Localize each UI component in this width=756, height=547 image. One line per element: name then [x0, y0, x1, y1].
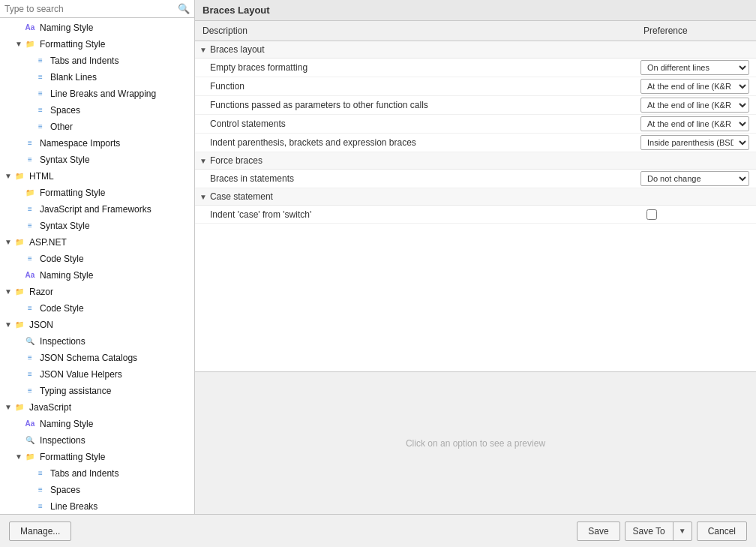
- tree-item-json-inspections[interactable]: 🔍Inspections: [0, 333, 194, 350]
- tree-item-label: Inspections: [40, 434, 86, 447]
- tree-item-js-naming-style[interactable]: AaNaming Style: [0, 416, 194, 432]
- setting-control[interactable]: [636, 208, 756, 221]
- tree-item-json[interactable]: ▼📁JSON: [0, 317, 194, 333]
- code-icon: ≡: [24, 302, 36, 314]
- tree-item-label: Formatting Style: [40, 450, 105, 464]
- code-icon: ≡: [24, 220, 36, 232]
- tree-item-namespace-imports[interactable]: ≡Namespace Imports: [0, 135, 194, 152]
- tree-item-json-value-helpers[interactable]: ≡JSON Value Helpers: [0, 366, 194, 383]
- tree-item-html-syntax-style[interactable]: ≡Syntax Style: [0, 218, 194, 234]
- tree-item-syntax-style-top[interactable]: ≡Syntax Style: [0, 152, 194, 168]
- tree-item-js-formatting-style[interactable]: ▼📁Formatting Style: [0, 449, 194, 465]
- setting-select[interactable]: At the end of line (K&R style)On next li…: [640, 79, 749, 94]
- tree-item-js-inspections[interactable]: 🔍Inspections: [0, 432, 194, 449]
- tree-item-naming-style-top[interactable]: AaNaming Style: [0, 20, 194, 36]
- folder-icon: 📁: [14, 401, 26, 413]
- section-header-force_braces[interactable]: ▼Force braces: [195, 152, 756, 170]
- setting-checkbox[interactable]: [646, 209, 657, 220]
- tree-item-js-tabs-indents[interactable]: ≡Tabs and Indents: [0, 465, 194, 482]
- tree-item-tabs-indents[interactable]: ≡Tabs and Indents: [0, 53, 194, 69]
- tree-item-formatting-style-top[interactable]: ▼📁Formatting Style: [0, 36, 194, 53]
- setting-label: Functions passed as parameters to other …: [195, 97, 636, 113]
- setting-select[interactable]: Inside parenthesis (BSD/Allman)Outside p…: [640, 135, 749, 150]
- setting-select[interactable]: At the end of line (K&R style)On next li…: [640, 116, 749, 131]
- setting-label: Empty braces formatting: [195, 59, 636, 76]
- save-button[interactable]: Save: [577, 521, 620, 541]
- panel-title: Braces Layout: [195, 0, 756, 21]
- tree-item-label: HTML: [29, 170, 54, 183]
- sections-container: ▼Braces layoutEmpty braces formattingOn …: [195, 41, 756, 224]
- save-to-label[interactable]: Save To: [626, 522, 674, 540]
- tree-item-razor[interactable]: ▼📁Razor: [0, 284, 194, 300]
- section-header-braces_layout[interactable]: ▼Braces layout: [195, 41, 756, 59]
- tree-item-js-frameworks[interactable]: ≡JavaScript and Frameworks: [0, 201, 194, 218]
- preview-text: Click on an option to see a preview: [406, 438, 545, 449]
- tree-item-label: ASP.NET: [29, 236, 67, 249]
- setting-row: Control statementsAt the end of line (K&…: [195, 115, 756, 134]
- tree-container: AaNaming Style▼📁Formatting Style≡Tabs an…: [0, 18, 194, 514]
- setting-control[interactable]: At the end of line (K&R style)On next li…: [636, 77, 756, 95]
- tree-item-label: Tabs and Indents: [50, 54, 118, 68]
- description-header: Description: [195, 24, 636, 38]
- folder-icon: 📁: [14, 170, 26, 182]
- tree-item-other-top[interactable]: ≡Other: [0, 119, 194, 135]
- setting-label: Control statements: [195, 116, 636, 132]
- tree-item-spaces-top[interactable]: ≡Spaces: [0, 102, 194, 119]
- tree-item-label: Formatting Style: [40, 38, 105, 51]
- setting-control[interactable]: At the end of line (K&R style)On next li…: [636, 115, 756, 133]
- inspect-icon: 🔍: [24, 434, 36, 446]
- tree-item-typing-assistance[interactable]: ≡Typing assistance: [0, 383, 194, 399]
- setting-select[interactable]: On different linesOn same linePut on one…: [640, 60, 749, 75]
- code-icon: ≡: [34, 104, 46, 116]
- tree-item-line-breaks-wrapping[interactable]: ≡Line Breaks and Wrapping: [0, 86, 194, 102]
- tree-item-asp-code-style[interactable]: ≡Code Style: [0, 251, 194, 267]
- chevron-down-icon[interactable]: ▼: [674, 523, 692, 539]
- tree-item-json-schema-catalogs[interactable]: ≡JSON Schema Catalogs: [0, 350, 194, 366]
- tree-item-js-line-breaks[interactable]: ≡Line Breaks: [0, 498, 194, 514]
- tree-item-razor-code-style[interactable]: ≡Code Style: [0, 300, 194, 317]
- tree-item-label: Spaces: [50, 483, 80, 497]
- tree-item-asp-naming-style[interactable]: AaNaming Style: [0, 267, 194, 284]
- cancel-button[interactable]: Cancel: [697, 521, 747, 541]
- folder-icon: 📁: [24, 187, 36, 199]
- setting-control[interactable]: Inside parenthesis (BSD/Allman)Outside p…: [636, 134, 756, 152]
- setting-control[interactable]: On different linesOn same linePut on one…: [636, 59, 756, 77]
- code-icon: ≡: [34, 55, 46, 67]
- tree-item-label: Namespace Imports: [40, 137, 120, 150]
- search-box: 🔍: [0, 0, 194, 18]
- setting-control[interactable]: Do not changeAlways addAlways remove: [636, 170, 756, 188]
- code-icon: ≡: [34, 71, 46, 83]
- setting-select[interactable]: At the end of line (K&R style)On next li…: [640, 98, 749, 113]
- preference-header: Preference: [636, 24, 756, 38]
- section-arrow: ▼: [200, 157, 207, 165]
- tree-arrow: ▼: [14, 38, 24, 51]
- tree-item-asp-net[interactable]: ▼📁ASP.NET: [0, 234, 194, 251]
- setting-label: Function: [195, 78, 636, 95]
- setting-control[interactable]: At the end of line (K&R style)On next li…: [636, 96, 756, 114]
- tree-item-label: Typing assistance: [40, 384, 111, 398]
- tree-item-js-spaces[interactable]: ≡Spaces: [0, 482, 194, 498]
- code-icon: ≡: [24, 385, 36, 397]
- manage-button[interactable]: Manage...: [9, 521, 71, 541]
- tree-item-label: Formatting Style: [40, 186, 105, 200]
- tree-item-html[interactable]: ▼📁HTML: [0, 168, 194, 185]
- section-header-case_statement[interactable]: ▼Case statement: [195, 188, 756, 206]
- section-label: Braces layout: [210, 44, 265, 55]
- setting-label: Indent parenthesis, brackets and express…: [195, 134, 636, 151]
- tree-item-blank-lines[interactable]: ≡Blank Lines: [0, 69, 194, 86]
- section-arrow: ▼: [200, 46, 207, 54]
- tree-item-javascript[interactable]: ▼📁JavaScript: [0, 399, 194, 416]
- search-input[interactable]: [4, 4, 175, 14]
- tree-item-label: Syntax Style: [40, 153, 90, 167]
- folder-icon: 📁: [24, 38, 36, 50]
- setting-row: Empty braces formattingOn different line…: [195, 59, 756, 77]
- tree-arrow: ▼: [3, 170, 14, 183]
- save-to-button[interactable]: Save To ▼: [625, 521, 692, 541]
- settings-table: Description Preference ▼Braces layoutEmp…: [195, 21, 756, 371]
- tree-item-label: Code Style: [40, 252, 84, 266]
- setting-select[interactable]: Do not changeAlways addAlways remove: [640, 171, 749, 186]
- tree-item-label: Syntax Style: [40, 219, 90, 233]
- inspect-icon: 🔍: [24, 335, 36, 347]
- tree-item-html-formatting-style[interactable]: 📁Formatting Style: [0, 185, 194, 201]
- code-icon: ≡: [34, 500, 46, 512]
